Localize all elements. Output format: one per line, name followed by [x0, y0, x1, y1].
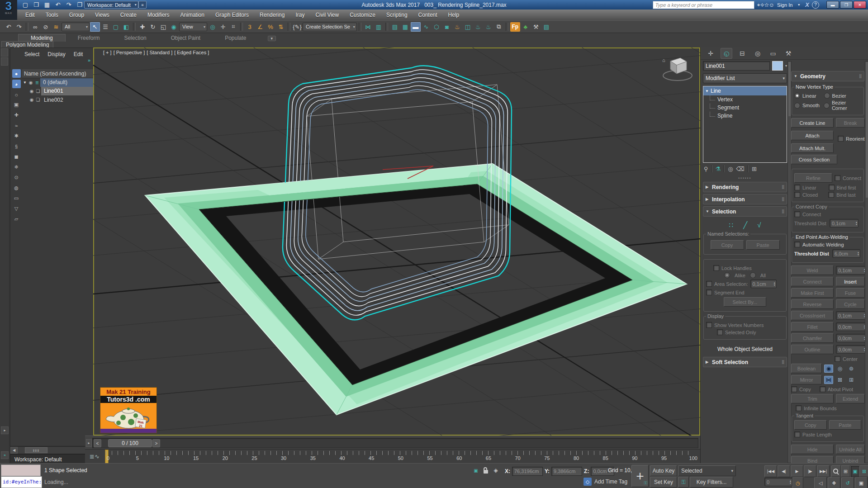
show-end-result-icon[interactable]: ⚗ [716, 166, 721, 172]
minimize-button[interactable]: ▬ [826, 1, 839, 9]
align-icon[interactable]: ▥ [374, 22, 384, 32]
track-bar[interactable]: ≣∿ 0510152025303540455055606570758085909… [85, 449, 700, 464]
select-and-rotate-icon[interactable]: ↻ [148, 22, 158, 32]
center-checkbox[interactable] [835, 356, 840, 362]
maxscript-mini-listener-input[interactable]: id:#eyeInThe: [1, 476, 42, 488]
object-label[interactable]: Line001 [41, 87, 93, 95]
dock-tab-icon[interactable] [1, 48, 8, 57]
viewport-mode-menu[interactable]: [ Edged Faces ] [174, 50, 209, 55]
tab-modeling[interactable]: Modeling [18, 34, 66, 42]
stack-item-spline[interactable]: Spline [703, 112, 787, 120]
tangent-copy-button[interactable]: Copy [794, 420, 827, 430]
modify-tab-icon[interactable]: ◵ [721, 48, 732, 59]
unhide-all-button[interactable]: Unhide All [836, 445, 865, 454]
lock-handles-checkbox[interactable] [713, 265, 719, 271]
display-frozen-icon[interactable]: ❄ [12, 163, 21, 171]
configure-modifier-sets-icon[interactable]: ⊞ [752, 166, 757, 172]
selection-filter-dropdown[interactable]: All [62, 23, 90, 31]
go-to-end-icon[interactable]: ▶▶| [817, 465, 830, 477]
toggle-ribbon-icon[interactable]: ▬ [411, 22, 421, 32]
outline-button[interactable]: Outline [791, 345, 834, 354]
spline-subobject-icon[interactable]: √ [757, 221, 761, 229]
next-frame-icon[interactable]: |▶ [804, 465, 816, 477]
select-and-scale-icon[interactable]: ◱ [158, 22, 168, 32]
named-paste-button[interactable]: Paste [746, 240, 780, 250]
collapse-triangle-icon[interactable]: ▼ [703, 89, 711, 93]
current-frame-field[interactable]: 0▲▼ [764, 478, 792, 486]
display-cameras-icon[interactable]: ▣ [12, 100, 21, 109]
outline-spinner[interactable]: 0,0cm▲▼ [836, 345, 867, 354]
boolean-union-icon[interactable]: ◉ [824, 365, 833, 373]
remove-modifier-icon[interactable]: ⌫ [736, 166, 745, 172]
redo-icon[interactable]: ↷ [64, 1, 73, 9]
connect-checkbox[interactable] [835, 175, 840, 181]
visibility-eye-icon[interactable]: ◉ [28, 80, 34, 85]
explorer-row-line001[interactable]: ◉ ❏ Line001 [22, 87, 93, 95]
rollout-drag-handle[interactable]: ▪▪▪▪▪▪ [703, 176, 787, 180]
auto-weld-threshold-spinner[interactable]: 6,0cm▲▼ [832, 249, 860, 258]
time-tag-cube-icon[interactable]: ◇ [583, 478, 592, 486]
linear-radio[interactable] [794, 93, 800, 99]
menu-views[interactable]: Views [90, 9, 115, 20]
rollout-selection[interactable]: ▼Selection⣿ [703, 206, 787, 217]
menu-modifiers[interactable]: Modifiers [142, 9, 175, 20]
set-key-button[interactable]: Set Key [650, 477, 677, 488]
break-button[interactable]: Break [836, 118, 865, 128]
time-slider-thumb[interactable]: 0 / 100 [108, 439, 152, 447]
rendered-frame-window-icon[interactable]: ◫ [463, 22, 473, 32]
display-containers-icon[interactable]: ◼ [12, 152, 21, 161]
pan-hand-icon[interactable]: ❖ [828, 477, 840, 488]
selected-only-checkbox[interactable] [717, 329, 723, 335]
explorer-overflow-chevron-icon[interactable]: » [10, 57, 93, 66]
boolean-intersect-icon[interactable]: ⊚ [847, 365, 856, 373]
menu-animation[interactable]: Animation [175, 9, 210, 20]
frame-back-button[interactable]: < [94, 439, 101, 447]
menu-group[interactable]: Group [64, 9, 90, 20]
display-materials-icon[interactable]: ◍ [12, 184, 21, 192]
orbit-icon[interactable]: ↺ [841, 477, 854, 488]
ribbon-overflow-icon[interactable]: ▾ [268, 36, 276, 41]
mirror-button[interactable]: Mirror [791, 375, 822, 384]
cycle-button[interactable]: Cycle [836, 299, 865, 309]
undo-icon[interactable]: ↶ [4, 22, 14, 32]
zoom-icon[interactable] [831, 465, 841, 477]
menu-help[interactable]: Help [443, 9, 465, 20]
time-slider-track[interactable]: < 0 / 100 > [92, 438, 698, 448]
attach-button[interactable]: Attach [791, 131, 834, 140]
panel-pin-icon[interactable]: ▾ [785, 64, 787, 68]
tab-populate[interactable]: Populate [213, 34, 258, 42]
infinite-bounds-checkbox[interactable] [796, 405, 802, 411]
boolean-button[interactable]: Boolean [791, 364, 822, 373]
mirror-both-icon[interactable]: ⊞ [847, 376, 856, 384]
timeline-expand-icon[interactable]: ▸ [86, 439, 92, 447]
mirror-icon[interactable]: ⋈ [363, 22, 373, 32]
schematic-view-icon[interactable]: ⬡ [432, 22, 441, 32]
ab-compare-icon[interactable]: ⧉ [494, 22, 504, 32]
expand-triangle-icon[interactable]: ▼ [22, 81, 28, 85]
mirror-copy-checkbox[interactable] [791, 386, 797, 392]
restore-button[interactable]: ❐ [840, 1, 853, 9]
mirror-horizontal-icon[interactable]: ⋈ [824, 376, 833, 384]
display-bones-icon[interactable]: § [12, 142, 21, 151]
stack-item-line[interactable]: ▼ Line [703, 86, 787, 95]
rollout-rendering[interactable]: ▶Rendering⣿ [703, 182, 787, 192]
maximize-viewport-icon[interactable]: ▣ [855, 477, 868, 488]
weld-spinner[interactable]: 0,1cm▲▼ [836, 266, 867, 275]
percent-snap-icon[interactable]: % [266, 22, 275, 32]
rectangular-selection-region-icon[interactable]: ▢ [111, 22, 121, 32]
spinner-snap-icon[interactable]: ⇅ [276, 22, 286, 32]
menu-graph-editors[interactable]: Graph Editors [210, 9, 254, 20]
area-selection-spinner[interactable]: 0,1cm▲▼ [750, 280, 777, 288]
create-tab-icon[interactable]: ✛ [705, 48, 716, 58]
menu-edit[interactable]: Edit [20, 9, 40, 20]
menu-content[interactable]: Content [413, 9, 443, 20]
crossinsert-button[interactable]: CrossInsert [791, 311, 834, 320]
object-name-field[interactable]: Line001 [703, 61, 770, 71]
stack-item-vertex[interactable]: Vertex [703, 95, 787, 104]
selection-lock-icon[interactable] [481, 466, 490, 475]
viewport-canvas[interactable] [93, 47, 700, 436]
display-particles-icon[interactable]: ✱ [12, 132, 21, 140]
time-configuration-icon[interactable]: ◷ [792, 477, 803, 488]
favorites-star-icon[interactable]: ☆ [764, 2, 769, 8]
paste-length-checkbox[interactable] [794, 431, 800, 437]
